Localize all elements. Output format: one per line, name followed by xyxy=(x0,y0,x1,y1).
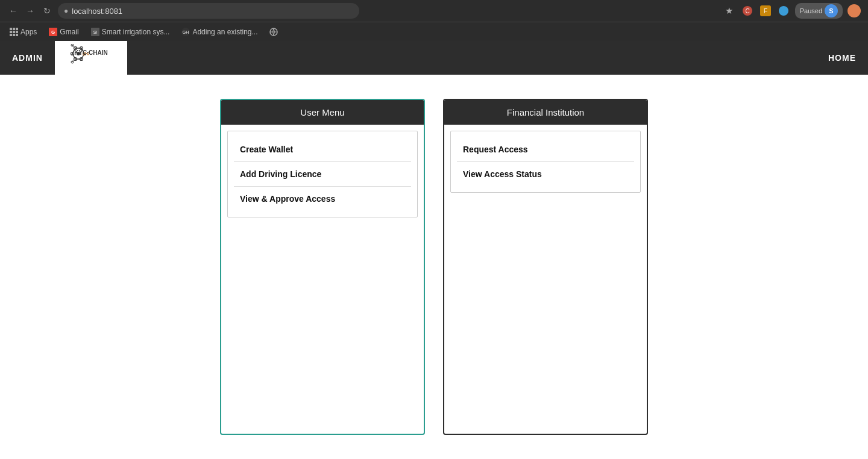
profile-icon[interactable] xyxy=(848,4,861,17)
user-menu-body: Create Wallet Add Driving Licence View &… xyxy=(227,131,418,217)
star-icon[interactable]: ★ xyxy=(723,4,736,17)
logo-container: KYC·CHAIN xyxy=(55,41,127,75)
svg-text:KYC·CHAIN: KYC·CHAIN xyxy=(74,49,108,56)
adding-existing-bookmark[interactable]: GH Adding an existing... xyxy=(177,26,262,38)
gmail-icon: G xyxy=(49,28,57,36)
gmail-label: Gmail xyxy=(60,28,78,36)
browser-right: ★ C F Paused S xyxy=(723,3,861,19)
svg-text:C: C xyxy=(745,8,749,14)
back-button[interactable]: ← xyxy=(7,5,19,17)
url-text: localhost:8081 xyxy=(72,7,122,16)
svg-text:GH: GH xyxy=(183,30,189,34)
add-driving-licence-item[interactable]: Add Driving Licence xyxy=(234,162,411,187)
smart-irrigation-bookmark[interactable]: SI Smart irrigation sys... xyxy=(86,26,175,38)
apps-label: Apps xyxy=(20,28,37,36)
financial-menu-header: Financial Institution xyxy=(444,100,647,125)
kyc-chain-logo: KYC·CHAIN xyxy=(61,44,121,72)
svg-point-4 xyxy=(779,6,788,16)
smart-irrigation-icon: SI xyxy=(91,28,99,36)
bookmarks-bar: Apps G Gmail SI Smart irrigation sys... … xyxy=(0,22,868,41)
paused-label: Paused xyxy=(800,7,822,14)
extension-icon1[interactable]: C xyxy=(741,4,754,17)
home-link[interactable]: HOME xyxy=(828,53,856,63)
adding-existing-label: Adding an existing... xyxy=(192,28,257,36)
admin-label: ADMIN xyxy=(12,53,43,63)
globe-bookmark-icon xyxy=(269,28,278,36)
smart-irrigation-label: Smart irrigation sys... xyxy=(102,28,170,36)
app-header: ADMIN xyxy=(0,41,868,75)
view-access-status-item[interactable]: View Access Status xyxy=(457,162,634,186)
svg-text:F: F xyxy=(764,8,767,14)
user-menu-card: User Menu Create Wallet Add Driving Lice… xyxy=(220,99,425,435)
extension-icon3[interactable] xyxy=(777,4,790,17)
request-access-item[interactable]: Request Access xyxy=(457,137,634,162)
profile-initial: S xyxy=(829,7,833,14)
apps-bookmark[interactable]: Apps xyxy=(5,26,42,38)
svg-text:SI: SI xyxy=(93,30,97,34)
address-bar[interactable]: ● localhost:8081 xyxy=(58,3,359,19)
github-icon: GH xyxy=(181,28,190,36)
main-content: User Menu Create Wallet Add Driving Lice… xyxy=(0,75,868,459)
create-wallet-item[interactable]: Create Wallet xyxy=(234,137,411,162)
gmail-bookmark[interactable]: G Gmail xyxy=(44,26,83,38)
reload-button[interactable]: ↻ xyxy=(41,5,53,17)
browser-bar: ← → ↻ ● localhost:8081 ★ C F Paused S xyxy=(0,0,868,22)
financial-menu-card: Financial Institution Request Access Vie… xyxy=(443,99,648,435)
paused-badge: Paused S xyxy=(795,3,843,19)
profile-avatar[interactable]: S xyxy=(825,4,838,17)
view-approve-access-item[interactable]: View & Approve Access xyxy=(234,187,411,211)
extension-icon2[interactable]: F xyxy=(759,4,772,17)
user-menu-header: User Menu xyxy=(221,100,424,125)
svg-text:G: G xyxy=(51,30,55,35)
financial-menu-body: Request Access View Access Status xyxy=(450,131,641,193)
globe-icon: ● xyxy=(64,7,68,15)
forward-button[interactable]: → xyxy=(24,5,36,17)
apps-grid-icon xyxy=(10,28,18,36)
globe-bookmark[interactable] xyxy=(265,26,283,38)
